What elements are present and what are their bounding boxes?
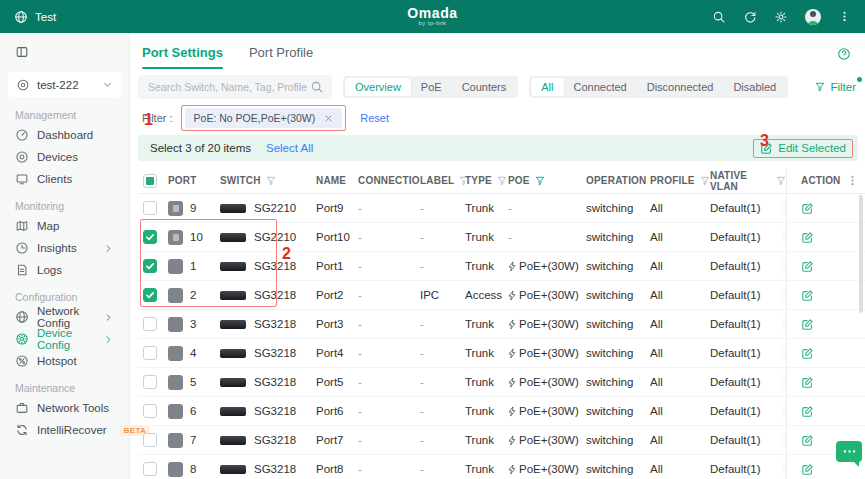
view-segment-poe[interactable]: PoE (411, 78, 452, 96)
type-value: Trunk (465, 397, 508, 425)
edit-port-icon[interactable] (801, 318, 814, 331)
funnel-icon[interactable] (776, 176, 786, 186)
table-row[interactable]: 4 SG3218 Port4 - - Trunk PoE+(30W) switc… (138, 339, 865, 368)
table-row[interactable]: 5 SG3218 Port5 - - Trunk PoE+(30W) switc… (138, 368, 865, 397)
row-checkbox[interactable] (143, 201, 157, 215)
table-row[interactable]: 7 SG3218 Port7 - - Trunk PoE+(30W) switc… (138, 426, 865, 455)
dashboard-icon (15, 128, 29, 142)
edit-port-icon[interactable] (801, 231, 814, 244)
gear-icon[interactable] (774, 10, 788, 24)
label-value: - (420, 310, 465, 338)
table-row[interactable]: 2 SG3218 Port2 - IPC Access PoE+(30W) sw… (138, 281, 865, 310)
search-input[interactable] (146, 80, 310, 94)
funnel-icon[interactable] (700, 176, 710, 186)
label-value: - (420, 397, 465, 425)
controller-site-name: Test (35, 11, 56, 23)
view-segmented-control: OverviewPoECounters (343, 76, 518, 98)
search-icon[interactable] (712, 10, 726, 24)
row-checkbox[interactable] (143, 317, 157, 331)
label-value: - (420, 368, 465, 396)
edit-port-icon[interactable] (801, 347, 814, 360)
table-body: 9 SG2210 Port9 - - Trunk - switching All… (138, 194, 865, 479)
edit-selected-button[interactable]: Edit Selected (760, 142, 846, 155)
sidebar-collapse-icon[interactable] (15, 45, 29, 59)
table-row[interactable]: 1 SG3218 Port1 - - Trunk PoE+(30W) switc… (138, 252, 865, 281)
row-checkbox[interactable] (143, 433, 157, 447)
globe-icon (15, 310, 29, 324)
page-tabs: Port Settings Port Profile (138, 33, 865, 69)
view-segment-counters[interactable]: Counters (452, 78, 517, 96)
row-checkbox[interactable] (143, 259, 157, 273)
port-name: Port6 (316, 397, 358, 425)
sidebar-item-intellirecover[interactable]: IntelliRecover BETA (0, 419, 129, 441)
switch-model: SG2210 (254, 202, 296, 214)
edit-port-icon[interactable] (801, 289, 814, 302)
table-row[interactable]: 10 SG2210 Port10 - - Trunk - switching A… (138, 223, 865, 252)
edit-port-icon[interactable] (801, 376, 814, 389)
status-segment-disconnected[interactable]: Disconnected (637, 78, 724, 96)
sidebar-item-clients[interactable]: Clients (0, 168, 129, 190)
sidebar-item-logs[interactable]: Logs (0, 259, 129, 281)
sidebar-item-insights[interactable]: Insights (0, 237, 129, 259)
sidebar-item-hotspot[interactable]: Hotspot (0, 350, 129, 372)
switch-thumbnail (220, 320, 246, 329)
row-checkbox[interactable] (143, 288, 157, 302)
select-all-checkbox[interactable] (143, 174, 157, 188)
sidebar-item-devices[interactable]: Devices (0, 146, 129, 168)
column-settings-icon[interactable] (846, 174, 859, 187)
funnel-icon[interactable] (497, 176, 507, 186)
row-checkbox[interactable] (143, 230, 157, 244)
funnel-icon[interactable] (266, 176, 276, 186)
edit-port-icon[interactable] (801, 202, 814, 215)
sidebar-item-network-config[interactable]: Network Config (0, 306, 129, 328)
edit-port-icon[interactable] (801, 434, 814, 447)
filter-button[interactable]: Filter (815, 81, 858, 93)
row-checkbox[interactable] (143, 346, 157, 360)
view-segment-overview[interactable]: Overview (345, 78, 411, 96)
table-row[interactable]: 9 SG2210 Port9 - - Trunk - switching All… (138, 194, 865, 223)
chat-widget-button[interactable] (836, 441, 862, 462)
sidebar-item-network-tools[interactable]: Network Tools (0, 397, 129, 419)
chat-dots-icon (842, 448, 857, 455)
column-header-profile: PROFILE (650, 168, 710, 193)
kebab-menu-icon[interactable] (838, 10, 851, 23)
row-checkbox[interactable] (143, 375, 157, 389)
status-segment-all[interactable]: All (531, 78, 563, 96)
site-selector[interactable]: test-222 (8, 72, 121, 97)
close-icon[interactable] (324, 114, 333, 123)
select-all-link[interactable]: Select All (266, 142, 313, 154)
filter-chip[interactable]: PoE: No POE,PoE+(30W) (185, 108, 343, 128)
funnel-icon[interactable] (535, 176, 545, 186)
operation-value: switching (586, 223, 650, 251)
edit-port-icon[interactable] (801, 405, 814, 418)
controller-site[interactable]: Test (14, 10, 56, 24)
status-segment-disabled[interactable]: Disabled (723, 78, 786, 96)
hotspot-icon (15, 354, 29, 368)
avatar[interactable] (805, 9, 821, 25)
tab-port-settings[interactable]: Port Settings (142, 45, 223, 69)
poe-bolt-icon (508, 435, 516, 446)
row-checkbox[interactable] (143, 462, 157, 476)
row-checkbox[interactable] (143, 404, 157, 418)
port-number: 7 (190, 434, 196, 446)
reset-filters-link[interactable]: Reset (360, 112, 389, 124)
sidebar-item-device-config[interactable]: Device Config (0, 328, 129, 350)
port-name: Port8 (316, 455, 358, 479)
help-icon[interactable] (837, 47, 851, 69)
poe-value: - (508, 223, 586, 251)
table-row[interactable]: 6 SG3218 Port6 - - Trunk PoE+(30W) switc… (138, 397, 865, 426)
tab-port-profile[interactable]: Port Profile (249, 45, 313, 69)
native-vlan-value: Default(1) (710, 281, 786, 309)
edit-port-icon[interactable] (801, 463, 814, 476)
refresh-icon[interactable] (743, 10, 757, 24)
search-box[interactable] (138, 75, 332, 99)
edit-port-icon[interactable] (801, 260, 814, 273)
status-segment-connected[interactable]: Connected (564, 78, 637, 96)
filter-active-dot (857, 77, 862, 82)
sidebar-item-dashboard[interactable]: Dashboard (0, 124, 129, 146)
table-scrollbar[interactable] (859, 195, 863, 313)
switch-model: SG3218 (254, 463, 296, 475)
table-row[interactable]: 3 SG3218 Port3 - - Trunk PoE+(30W) switc… (138, 310, 865, 339)
table-row[interactable]: 8 SG3218 Port8 - - Trunk PoE+(30W) switc… (138, 455, 865, 479)
sidebar-item-map[interactable]: Map (0, 215, 129, 237)
